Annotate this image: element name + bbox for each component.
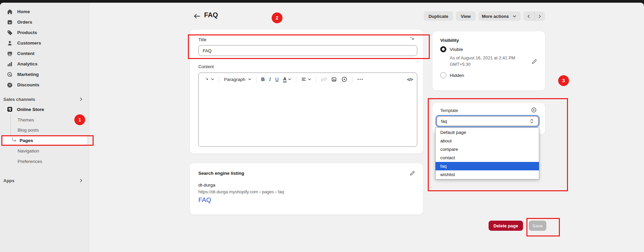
sidebar-item-orders[interactable]: Orders [0,17,89,27]
sidebar-nav: Home Orders Products Customers Content A… [0,6,89,90]
dropdown-option-wishlist[interactable]: wishlist [436,170,539,179]
seo-site-name: dt-durga [198,183,215,188]
save-button[interactable]: Save [529,221,546,231]
insert-video-button[interactable] [341,76,348,83]
bold-button[interactable]: B [261,76,265,83]
select-caret-icon [529,119,535,123]
editor-toolbar: Paragraph B I U A [199,73,417,86]
visible-label: Visible [450,47,463,52]
pages-label: Pages [20,138,33,143]
orders-icon [7,19,13,25]
content-icon [7,51,13,57]
bar-chart-icon [7,61,13,67]
chevron-down-icon [211,78,214,81]
back-button[interactable] [193,13,201,20]
toolbar-divider [316,76,316,83]
toolbar-divider [352,76,352,83]
dropdown-option-faq[interactable]: faq [436,162,539,170]
italic-button[interactable]: I [269,76,272,83]
edit-pencil-icon[interactable] [409,170,415,177]
visibility-heading: Visibility [440,38,459,43]
pagination-group [523,11,545,21]
discount-icon [7,82,13,88]
sidebar-item-analytics[interactable]: Analytics [0,59,89,69]
paragraph-style-dropdown[interactable]: Paragraph [223,76,252,83]
template-dropdown-list: Default page about compare contact faq w… [435,128,539,179]
online-store-label: Online Store [17,107,44,112]
hidden-radio-option[interactable]: Hidden [440,72,464,78]
sidebar-item-themes[interactable]: Themes [0,115,87,125]
next-page-button[interactable] [535,11,545,21]
view-button[interactable]: View [456,11,476,21]
dropdown-option-contact[interactable]: contact [436,153,539,162]
sidebar-item-label: Orders [17,20,32,25]
person-icon [7,40,13,46]
template-heading: Template [440,108,458,113]
sidebar-item-discounts[interactable]: Discounts [0,80,89,90]
more-formatting-button[interactable] [356,78,364,81]
page-editor-card: Title Content Paragraph B I U [190,30,423,153]
duplicate-button[interactable]: Duplicate [424,11,453,21]
chevron-right-icon [78,178,84,183]
chevron-down-icon [248,78,251,81]
chevron-down-icon [308,78,311,81]
sidebar-item-customers[interactable]: Customers [0,38,89,48]
html-code-button[interactable]: </> [406,76,414,83]
annotation-step-badge-2: 2 [272,12,282,23]
visible-date-line2: GMT+5:30 [450,61,471,67]
dropdown-option-compare[interactable]: compare [436,145,539,153]
sidebar: Home Orders Products Customers Content A… [0,3,89,252]
template-select[interactable]: faq [437,116,539,126]
text-color-button[interactable]: A [282,76,292,83]
preview-eye-icon[interactable] [531,107,537,114]
visibility-card: Visibility Visible As of August 16, 2021… [432,31,545,90]
annotation-step-badge-1: 1 [74,114,85,125]
sidebar-item-label: Marketing [17,72,39,77]
toolbar-divider [256,76,256,83]
preferences-label: Preferences [18,159,42,164]
magic-sparkle-icon[interactable] [409,36,416,44]
sidebar-item-content[interactable]: Content [0,48,89,59]
toolbar-divider [219,76,219,83]
sidebar-item-marketing[interactable]: Marketing [0,69,89,80]
view-label: View [461,14,471,19]
visible-date-line1: As of August 16, 2021 at 2:41 PM [450,55,515,61]
previous-page-button[interactable] [523,11,535,21]
blog-posts-label: Blog posts [18,128,39,133]
insert-link-button[interactable] [320,76,327,83]
more-actions-label: More actions [482,14,509,19]
chevron-down-icon [288,78,291,81]
sidebar-item-label: Home [17,9,30,14]
seo-breadcrumb-url: https://dt-durga.myshopify.com › pages ›… [198,189,284,194]
delete-page-button[interactable]: Delete page [489,221,523,231]
sidebar-item-products[interactable]: Products [0,27,89,38]
dropdown-option-default-page[interactable]: Default page [436,128,539,137]
sidebar-section-sales-channels[interactable]: Sales channels [3,96,84,103]
sales-channels-label: Sales channels [3,97,35,102]
marketing-icon [7,72,13,78]
ai-assistant-button[interactable] [203,76,215,83]
sidebar-item-pages[interactable]: Pages [2,135,87,146]
visible-radio-option[interactable]: Visible [440,46,463,52]
sidebar-item-home[interactable]: Home [0,6,89,17]
seo-page-title-link[interactable]: FAQ [198,196,211,204]
home-icon [7,9,13,15]
sidebar-section-apps[interactable]: Apps [3,177,84,184]
sidebar-item-preferences[interactable]: Preferences [0,156,87,166]
tree-hook-arrow-icon [11,137,17,144]
dropdown-option-about[interactable]: about [436,137,539,145]
title-input[interactable] [198,45,417,56]
editor-body[interactable] [199,86,417,146]
edit-pencil-icon[interactable] [531,58,537,65]
sidebar-item-blog-posts[interactable]: Blog posts [0,125,87,135]
sidebar-item-navigation[interactable]: Navigation [0,146,87,156]
underline-button[interactable]: U [275,76,279,83]
sidebar-item-online-store[interactable]: Online Store [7,105,85,114]
sidebar-item-label: Analytics [17,61,38,66]
alignment-button[interactable] [300,76,312,83]
navigation-label: Navigation [18,148,39,153]
storefront-icon [7,106,13,112]
more-actions-button[interactable]: More actions [478,11,521,21]
insert-image-button[interactable] [330,76,338,83]
chevron-down-icon [511,15,517,18]
